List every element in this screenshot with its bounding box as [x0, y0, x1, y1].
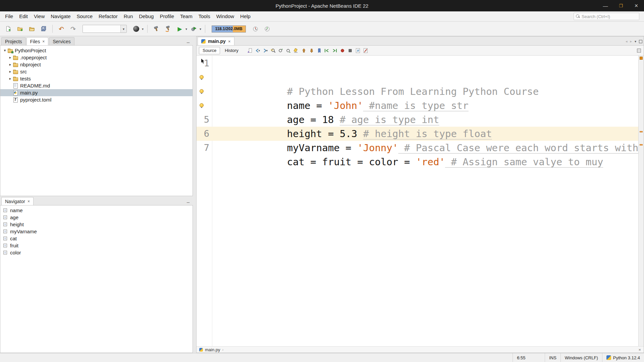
code-viewport[interactable]: 1 # Python Lesson From Learning Python C…: [197, 56, 638, 346]
navigator-tab[interactable]: Navigator ×: [1, 197, 34, 205]
view-toggle-button[interactable]: Source: [199, 47, 220, 54]
line-gutter[interactable]: 7: [197, 141, 212, 155]
last-edit-icon[interactable]: [247, 47, 253, 54]
minimize-button[interactable]: —: [598, 0, 613, 11]
menu-item[interactable]: Window: [213, 11, 237, 21]
minimize-panel-icon[interactable]: –: [187, 200, 190, 204]
editor-tab-mainpy[interactable]: main.py ×: [198, 37, 234, 45]
forward-icon[interactable]: ▾: [262, 47, 269, 54]
expand-chevron-icon[interactable]: ▸: [8, 62, 13, 67]
line-gutter[interactable]: 2: [197, 70, 212, 84]
profiler-clock-icon-2[interactable]: [262, 24, 272, 34]
next-bookmark-icon[interactable]: [308, 47, 315, 54]
tree-row[interactable]: ▸ .ropeproject: [0, 54, 193, 61]
toggle-highlight-icon[interactable]: [293, 47, 300, 54]
chevron-down-icon[interactable]: ▾: [266, 49, 268, 52]
minimize-panel-icon[interactable]: –: [187, 41, 190, 44]
line-gutter[interactable]: 5: [197, 113, 212, 127]
close-icon[interactable]: ×: [42, 39, 45, 44]
file-status-square-icon[interactable]: [640, 57, 643, 60]
menu-item[interactable]: Help: [237, 11, 254, 21]
tree-row[interactable]: main.py: [0, 89, 193, 96]
menu-item[interactable]: Debug: [136, 11, 157, 21]
maximize-window-icon[interactable]: [639, 40, 642, 43]
menu-item[interactable]: Refactor: [96, 11, 121, 21]
error-stripe-mark[interactable]: [640, 131, 643, 132]
navigator-item[interactable]: myVarname: [0, 228, 193, 235]
previous-bookmark-icon[interactable]: [301, 47, 307, 54]
redo-button[interactable]: ↷: [68, 24, 78, 34]
menu-item[interactable]: Tools: [196, 11, 213, 21]
explorer-tab[interactable]: Projects: [1, 37, 26, 45]
tree-row[interactable]: ▸ nbproject: [0, 61, 193, 68]
tab-list-icon[interactable]: ▾: [635, 40, 636, 43]
line-gutter[interactable]: 1: [197, 56, 212, 70]
shift-left-icon[interactable]: [324, 47, 330, 54]
expand-chevron-icon[interactable]: ▸: [8, 76, 13, 81]
memory-meter[interactable]: 118.1/202.0MB: [212, 25, 246, 33]
insert-mode-cell[interactable]: INS: [545, 353, 560, 362]
build-project-button[interactable]: [151, 24, 161, 34]
menu-item[interactable]: Run: [121, 11, 136, 21]
expand-chevron-icon[interactable]: ▾: [2, 48, 7, 53]
close-icon[interactable]: ×: [28, 199, 30, 204]
editor-scrollbar[interactable]: [638, 56, 644, 346]
navigator-item[interactable]: cat: [0, 235, 193, 242]
tree-row[interactable]: README.md: [0, 82, 193, 89]
menu-item[interactable]: Team: [177, 11, 196, 21]
scroll-tabs-left-icon[interactable]: ◂: [626, 39, 628, 44]
new-file-button[interactable]: [3, 24, 13, 34]
tree-row[interactable]: ▸ src: [0, 68, 193, 75]
editor-toolbar-options-icon[interactable]: [637, 49, 641, 53]
debug-project-button[interactable]: [189, 24, 199, 34]
find-selection-icon[interactable]: [270, 47, 276, 54]
navigator-item[interactable]: name: [0, 207, 193, 214]
navigator-item[interactable]: color: [0, 249, 193, 256]
chevron-down-icon[interactable]: ▾: [200, 27, 201, 31]
hint-bulb-icon[interactable]: [200, 103, 204, 107]
explorer-tab[interactable]: Files ×: [26, 37, 49, 45]
tree-row[interactable]: ▾ PythonProject: [0, 47, 193, 54]
run-project-button[interactable]: ▶: [175, 24, 185, 34]
navigator-item[interactable]: height: [0, 221, 193, 228]
uncomment-icon[interactable]: [362, 47, 369, 54]
hint-bulb-icon[interactable]: [200, 75, 204, 79]
chevron-down-icon[interactable]: ▾: [258, 49, 260, 52]
menu-item[interactable]: Profile: [157, 11, 177, 21]
browser-button[interactable]: [131, 24, 141, 34]
tree-row[interactable]: ▸ tests: [0, 75, 193, 82]
navigator-item[interactable]: fruit: [0, 242, 193, 249]
maximize-button[interactable]: ❐: [613, 0, 629, 11]
open-project-button[interactable]: [27, 24, 37, 34]
toggle-bookmark-icon[interactable]: [316, 47, 323, 54]
close-icon[interactable]: ×: [228, 39, 231, 44]
save-all-button[interactable]: [39, 24, 49, 34]
quick-search[interactable]: [574, 13, 639, 20]
back-icon[interactable]: ▾: [254, 47, 261, 54]
close-icon[interactable]: ×: [638, 347, 641, 352]
tree-row[interactable]: T pyproject.toml: [0, 96, 193, 103]
configuration-select[interactable]: ▾: [83, 25, 127, 33]
search-input[interactable]: [582, 14, 632, 19]
breadcrumb-item[interactable]: main.py: [205, 347, 220, 352]
comment-icon[interactable]: [355, 47, 361, 54]
chevron-down-icon[interactable]: ▾: [185, 27, 187, 31]
profiler-clock-icon-1[interactable]: [250, 24, 260, 34]
hint-bulb-icon[interactable]: [200, 89, 204, 93]
find-next-icon[interactable]: [285, 47, 292, 54]
menu-item[interactable]: Edit: [16, 11, 31, 21]
line-gutter[interactable]: 4: [197, 99, 212, 113]
navigator-item[interactable]: age: [0, 214, 193, 221]
menu-item[interactable]: File: [2, 11, 16, 21]
line-gutter[interactable]: 6: [197, 127, 212, 141]
undo-button[interactable]: ↶: [56, 24, 66, 34]
chevron-down-icon[interactable]: ▾: [142, 27, 144, 31]
clean-build-button[interactable]: [163, 24, 173, 34]
menu-item[interactable]: View: [31, 11, 48, 21]
stop-macro-recording-icon[interactable]: [347, 47, 354, 54]
menu-item[interactable]: Navigate: [48, 11, 73, 21]
error-stripe-mark[interactable]: [640, 144, 643, 145]
line-gutter[interactable]: 3: [197, 84, 212, 99]
menu-item[interactable]: Source: [73, 11, 96, 21]
shift-right-icon[interactable]: [331, 47, 338, 54]
